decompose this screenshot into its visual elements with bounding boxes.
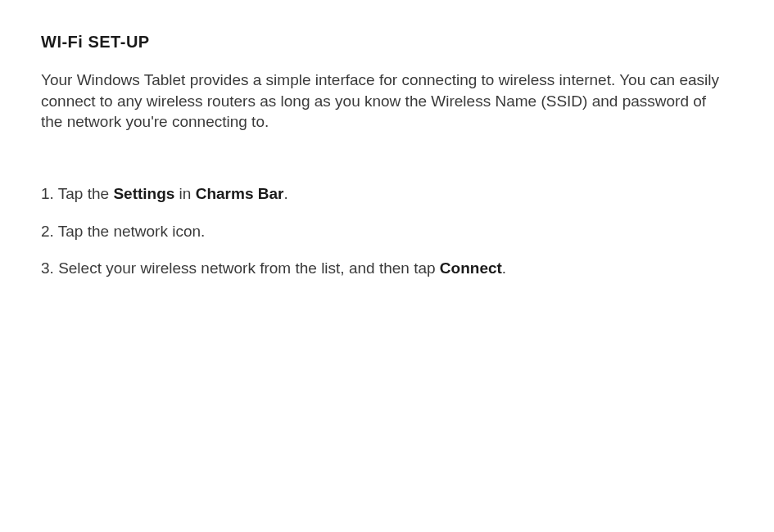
step-text: in [174, 185, 195, 202]
step-text: Tap the [58, 185, 114, 202]
step-number: 3. [41, 259, 58, 277]
step-text: . [502, 259, 506, 277]
steps-list: 1. Tap the Settings in Charms Bar. 2. Ta… [41, 183, 733, 279]
step-bold-settings: Settings [113, 185, 174, 202]
step-number: 1. [41, 185, 58, 202]
step-text: Tap the network icon. [58, 223, 206, 240]
step-3: 3. Select your wireless network from the… [41, 258, 733, 279]
step-bold-charms-bar: Charms Bar [196, 185, 284, 202]
step-2: 2. Tap the network icon. [41, 221, 733, 242]
step-bold-connect: Connect [440, 259, 502, 277]
step-text: . [283, 185, 287, 202]
intro-paragraph: Your Windows Tablet provides a simple in… [41, 70, 729, 133]
step-number: 2. [41, 223, 58, 240]
step-text: Select your wireless network from the li… [58, 259, 440, 277]
page-title: WI-Fi SET-UP [41, 33, 733, 52]
step-1: 1. Tap the Settings in Charms Bar. [41, 183, 733, 205]
